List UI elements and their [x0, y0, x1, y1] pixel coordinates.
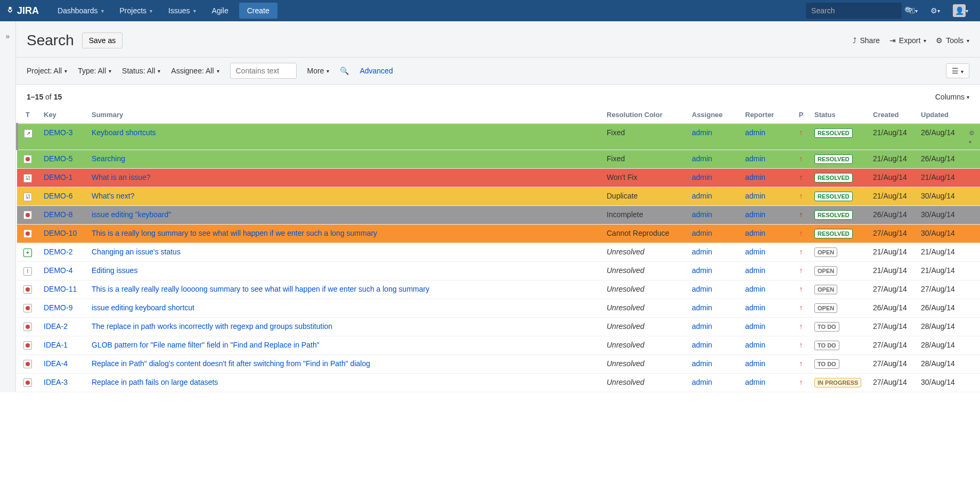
issue-summary-link[interactable]: Replace in Path" dialog's content doesn'…	[92, 359, 370, 368]
issue-summary-link[interactable]: This is a really long summary to see wha…	[92, 229, 377, 237]
col-header-summary[interactable]: Summary	[86, 106, 601, 123]
issue-summary-link[interactable]: Changing an issue's status	[92, 247, 181, 256]
reporter-link[interactable]: admin	[745, 192, 765, 200]
assignee-filter[interactable]: Assignee: All▾	[171, 67, 219, 75]
issue-key-link[interactable]: DEMO-11	[44, 285, 77, 293]
tools-button[interactable]: ⚙Tools▾	[936, 36, 969, 45]
nav-dashboards[interactable]: Dashboards▾	[50, 0, 112, 21]
col-header-updated[interactable]: Updated	[916, 106, 963, 123]
issue-key-link[interactable]: IDEA-4	[44, 359, 68, 368]
assignee-link[interactable]: admin	[692, 229, 712, 237]
col-header-created[interactable]: Created	[868, 106, 916, 123]
reporter-link[interactable]: admin	[745, 322, 765, 331]
assignee-link[interactable]: admin	[692, 173, 712, 181]
export-button[interactable]: ⇥Export▾	[889, 36, 926, 45]
assignee-link[interactable]: admin	[692, 192, 712, 200]
columns-button[interactable]: Columns▾	[935, 93, 969, 101]
table-row[interactable]: IDEA-1GLOB pattern for "File name filter…	[17, 336, 980, 355]
contains-text-input[interactable]	[230, 63, 297, 79]
issue-summary-link[interactable]: What's next?	[92, 192, 135, 200]
assignee-link[interactable]: admin	[692, 128, 712, 137]
assignee-link[interactable]: admin	[692, 378, 712, 386]
admin-menu[interactable]: ⚙ ▾	[924, 0, 946, 21]
table-row[interactable]: DEMO-8issue editing "keyboard"Incomplete…	[17, 206, 980, 225]
reporter-link[interactable]: admin	[745, 229, 765, 237]
col-header-reporter[interactable]: Reporter	[740, 106, 793, 123]
table-row[interactable]: DEMO-11This is a really really really lo…	[17, 280, 980, 299]
search-submit[interactable]: 🔍	[340, 67, 349, 75]
issue-key-link[interactable]: DEMO-5	[44, 154, 72, 163]
table-row[interactable]: DEMO-10This is a really long summary to …	[17, 225, 980, 243]
col-header-key[interactable]: Key	[38, 106, 86, 123]
issue-summary-link[interactable]: Searching	[92, 154, 125, 163]
reporter-link[interactable]: admin	[745, 378, 765, 386]
issue-key-link[interactable]: IDEA-2	[44, 322, 68, 331]
reporter-link[interactable]: admin	[745, 210, 765, 219]
advanced-link[interactable]: Advanced	[360, 67, 393, 75]
issue-key-link[interactable]: IDEA-3	[44, 378, 68, 386]
issue-key-link[interactable]: DEMO-10	[44, 229, 77, 237]
sidebar-expand-button[interactable]: »	[0, 21, 16, 392]
help-menu[interactable]: ?⃝ ▾	[902, 0, 924, 21]
reporter-link[interactable]: admin	[745, 359, 765, 368]
table-row[interactable]: IDEA-3Replace in path fails on large dat…	[17, 374, 980, 392]
reporter-link[interactable]: admin	[745, 303, 765, 312]
assignee-link[interactable]: admin	[692, 247, 712, 256]
table-row[interactable]: ↗DEMO-3Keyboard shortcutsFixedadminadmin…	[17, 123, 980, 150]
issue-summary-link[interactable]: Keyboard shortcuts	[92, 128, 156, 137]
table-row[interactable]: IDEMO-4Editing issuesUnresolvedadminadmi…	[17, 262, 980, 280]
issue-summary-link[interactable]: The replace in path works incorrectly wi…	[92, 322, 332, 331]
issue-summary-link[interactable]: GLOB pattern for "File name filter" fiel…	[92, 341, 320, 349]
assignee-link[interactable]: admin	[692, 210, 712, 219]
issue-key-link[interactable]: DEMO-8	[44, 210, 72, 219]
jira-logo[interactable]: JIRA	[5, 5, 39, 16]
reporter-link[interactable]: admin	[745, 173, 765, 181]
issue-key-link[interactable]: DEMO-6	[44, 192, 72, 200]
issue-summary-link[interactable]: Replace in path fails on large datasets	[92, 378, 218, 386]
table-row[interactable]: DEMO-5SearchingFixedadminadmin↑RESOLVED2…	[17, 150, 980, 169]
save-as-button[interactable]: Save as	[82, 32, 123, 48]
assignee-link[interactable]: admin	[692, 285, 712, 293]
issue-key-link[interactable]: DEMO-4	[44, 266, 72, 275]
reporter-link[interactable]: admin	[745, 154, 765, 163]
quick-search-input[interactable]	[811, 6, 904, 15]
col-header-resolution[interactable]: Resolution Color	[601, 106, 687, 123]
issue-summary-link[interactable]: What is an issue?	[92, 173, 151, 181]
user-menu[interactable]: 👤 ▾	[946, 0, 975, 21]
reporter-link[interactable]: admin	[745, 128, 765, 137]
view-toggle[interactable]: ☰ ▾	[946, 63, 969, 78]
issue-key-link[interactable]: DEMO-9	[44, 303, 72, 312]
row-actions-menu[interactable]: ⚙ ▾	[969, 129, 975, 145]
assignee-link[interactable]: admin	[692, 359, 712, 368]
col-header-assignee[interactable]: Assignee	[687, 106, 740, 123]
table-row[interactable]: +DEMO-2Changing an issue's statusUnresol…	[17, 243, 980, 262]
project-filter[interactable]: Project: All▾	[27, 67, 67, 75]
assignee-link[interactable]: admin	[692, 154, 712, 163]
issue-summary-link[interactable]: issue editing keyboard shortcut	[92, 303, 194, 312]
share-button[interactable]: ⤴Share	[853, 36, 879, 45]
table-row[interactable]: IDEA-2The replace in path works incorrec…	[17, 318, 980, 336]
col-header-priority[interactable]: P	[793, 106, 809, 123]
nav-issues[interactable]: Issues▾	[160, 0, 203, 21]
col-header-type[interactable]: T	[17, 106, 38, 123]
issue-summary-link[interactable]: issue editing "keyboard"	[92, 210, 171, 219]
reporter-link[interactable]: admin	[745, 341, 765, 349]
more-filter[interactable]: More▾	[307, 67, 330, 75]
issue-key-link[interactable]: DEMO-1	[44, 173, 72, 181]
col-header-status[interactable]: Status	[809, 106, 868, 123]
status-filter[interactable]: Status: All▾	[122, 67, 160, 75]
create-button[interactable]: Create	[239, 3, 277, 19]
reporter-link[interactable]: admin	[745, 247, 765, 256]
nav-projects[interactable]: Projects▾	[112, 0, 161, 21]
issue-key-link[interactable]: DEMO-2	[44, 247, 72, 256]
issue-summary-link[interactable]: Editing issues	[92, 266, 137, 275]
table-row[interactable]: ☑DEMO-6What's next?Duplicateadminadmin↑R…	[17, 187, 980, 206]
assignee-link[interactable]: admin	[692, 322, 712, 331]
issue-key-link[interactable]: IDEA-1	[44, 341, 68, 349]
assignee-link[interactable]: admin	[692, 341, 712, 349]
quick-search[interactable]: 🔍	[806, 3, 902, 19]
assignee-link[interactable]: admin	[692, 266, 712, 275]
reporter-link[interactable]: admin	[745, 266, 765, 275]
table-row[interactable]: DEMO-9issue editing keyboard shortcutUnr…	[17, 299, 980, 318]
reporter-link[interactable]: admin	[745, 285, 765, 293]
